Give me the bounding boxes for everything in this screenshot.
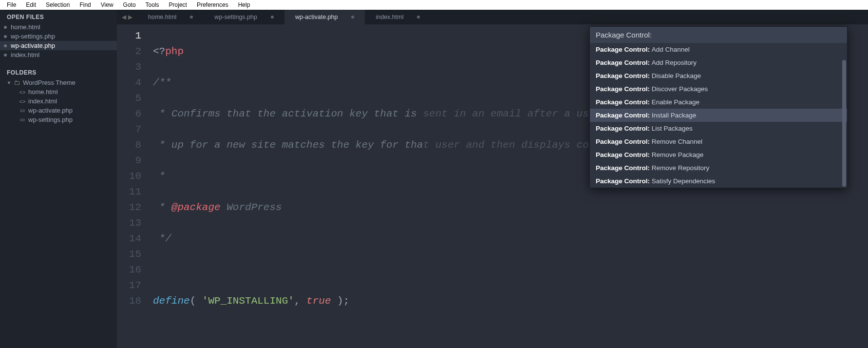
palette-item-prefix: Package Control: <box>596 98 652 106</box>
line-number: 6 <box>117 106 141 122</box>
file-item[interactable]: ▭wp-settings.php <box>9 115 117 124</box>
menu-file[interactable]: File <box>2 0 21 9</box>
code-token: php <box>165 46 184 57</box>
palette-item-prefix: Package Control: <box>596 85 652 93</box>
palette-item[interactable]: Package Control: Add Channel <box>590 43 847 56</box>
line-number: 17 <box>117 278 141 293</box>
folders-header: FOLDERS <box>0 65 117 78</box>
file-item[interactable]: <>index.html <box>9 97 117 106</box>
palette-item[interactable]: Package Control: Remove Package <box>590 148 847 161</box>
file-item[interactable]: <>home.html <box>9 87 117 97</box>
code-comment: * up for a new site matches the key for … <box>153 139 423 151</box>
code-annotation: @package <box>171 202 221 213</box>
code-comment: /** <box>153 77 171 88</box>
palette-item-label: Remove Repository <box>652 164 710 172</box>
menu-selection[interactable]: Selection <box>41 0 75 9</box>
palette-item-label: Remove Channel <box>652 138 702 145</box>
palette-item-prefix: Package Control: <box>596 138 652 145</box>
palette-item[interactable]: Package Control: Install Package <box>590 109 847 122</box>
open-file-label: wp-settings.php <box>11 33 110 40</box>
dirty-dot-icon <box>4 35 7 38</box>
menu-tools[interactable]: Tools <box>141 0 164 9</box>
line-number: 2 <box>117 44 141 59</box>
code-punc: ( <box>190 295 202 307</box>
tab-prev-icon[interactable]: ◀ <box>121 14 127 20</box>
open-file-item[interactable]: wp-settings.php <box>0 32 117 41</box>
palette-item-prefix: Package Control: <box>596 177 652 185</box>
palette-item-label: Add Repository <box>652 59 697 66</box>
dirty-dot-icon <box>190 16 193 19</box>
line-number: 9 <box>117 153 141 169</box>
line-number: 5 <box>117 91 141 106</box>
line-number: 14 <box>117 231 141 247</box>
palette-item[interactable]: Package Control: Add Repository <box>590 56 847 69</box>
code-comment: */ <box>153 233 171 244</box>
open-files-list: home.htmlwp-settings.phpwp-activate.phpi… <box>0 22 117 59</box>
tab[interactable]: index.html <box>365 10 431 24</box>
main-area: ◀ ▶ home.htmlwp-settings.phpwp-activate.… <box>117 10 868 348</box>
palette-item[interactable]: Package Control: List Packages <box>590 122 847 135</box>
palette-item[interactable]: Package Control: Enable Package <box>590 96 847 109</box>
line-number: 3 <box>117 59 141 75</box>
palette-item[interactable]: Package Control: Disable Package <box>590 69 847 82</box>
command-palette-input[interactable]: Package Control: <box>590 27 847 43</box>
palette-item-label: Install Package <box>652 112 697 119</box>
file-item[interactable]: ▭wp-activate.php <box>9 106 117 115</box>
open-file-label: home.html <box>11 23 110 31</box>
gutter: 123456789101112131415161718 <box>117 24 150 348</box>
palette-item-prefix: Package Control: <box>596 112 652 119</box>
palette-item[interactable]: Package Control: Remove Repository <box>590 161 847 174</box>
tab-label: wp-activate.php <box>295 14 338 20</box>
menu-view[interactable]: View <box>96 0 118 9</box>
dirty-dot-icon <box>351 16 354 19</box>
palette-item-prefix: Package Control: <box>596 151 652 158</box>
menu-goto[interactable]: Goto <box>118 0 141 9</box>
dirty-dot-icon <box>4 26 7 29</box>
palette-item-label: Remove Package <box>652 151 704 158</box>
tab-next-icon[interactable]: ▶ <box>127 14 133 20</box>
palette-scrollbar[interactable] <box>841 43 847 188</box>
file-label: wp-activate.php <box>28 107 73 114</box>
menu-find[interactable]: Find <box>75 0 95 9</box>
palette-item[interactable]: Package Control: Discover Packages <box>590 82 847 96</box>
menu-bar: FileEditSelectionFindViewGotoToolsProjec… <box>0 0 868 10</box>
chevron-down-icon: ▼ <box>7 80 11 85</box>
palette-item[interactable]: Package Control: Satisfy Dependencies <box>590 174 847 188</box>
palette-item-prefix: Package Control: <box>596 72 652 79</box>
tab[interactable]: home.html <box>137 10 204 24</box>
code-const: true <box>306 295 331 307</box>
line-number: 10 <box>117 169 141 184</box>
palette-item[interactable]: Package Control: Remove Channel <box>590 135 847 148</box>
code-comment: * Confirms that the activation key that … <box>153 108 423 119</box>
folder-icon: 🗀 <box>14 79 20 86</box>
file-icon: ▭ <box>19 116 25 123</box>
dirty-dot-icon <box>4 44 7 47</box>
file-label: wp-settings.php <box>28 116 73 123</box>
palette-item-label: Satisfy Dependencies <box>652 177 716 185</box>
tab[interactable]: wp-settings.php <box>204 10 284 24</box>
menu-edit[interactable]: Edit <box>21 0 41 9</box>
line-number: 1 <box>117 28 141 44</box>
menu-preferences[interactable]: Preferences <box>192 0 233 9</box>
open-file-item[interactable]: wp-activate.php <box>0 41 117 50</box>
folder-root[interactable]: ▼ 🗀 WordPress Theme <box>0 78 117 87</box>
folder-files: <>home.html<>index.html▭wp-activate.php▭… <box>0 87 117 124</box>
code-comment: WordPress <box>221 202 282 213</box>
tab[interactable]: wp-activate.php <box>284 10 365 24</box>
open-file-item[interactable]: home.html <box>0 22 117 32</box>
menu-project[interactable]: Project <box>164 0 192 9</box>
open-file-item[interactable]: index.html <box>0 50 117 59</box>
menu-help[interactable]: Help <box>233 0 255 9</box>
code-token: <? <box>153 46 165 57</box>
code-punc: , <box>294 295 306 307</box>
open-file-label: index.html <box>11 51 110 58</box>
code-comment: * <box>153 171 165 182</box>
dirty-dot-icon <box>417 16 420 19</box>
code-comment: * <box>153 202 171 213</box>
line-number: 18 <box>117 293 141 309</box>
palette-item-label: Discover Packages <box>652 85 708 93</box>
line-number: 13 <box>117 215 141 231</box>
tab-arrows: ◀ ▶ <box>117 14 137 20</box>
code-func: define <box>153 295 190 307</box>
line-number: 4 <box>117 75 141 91</box>
